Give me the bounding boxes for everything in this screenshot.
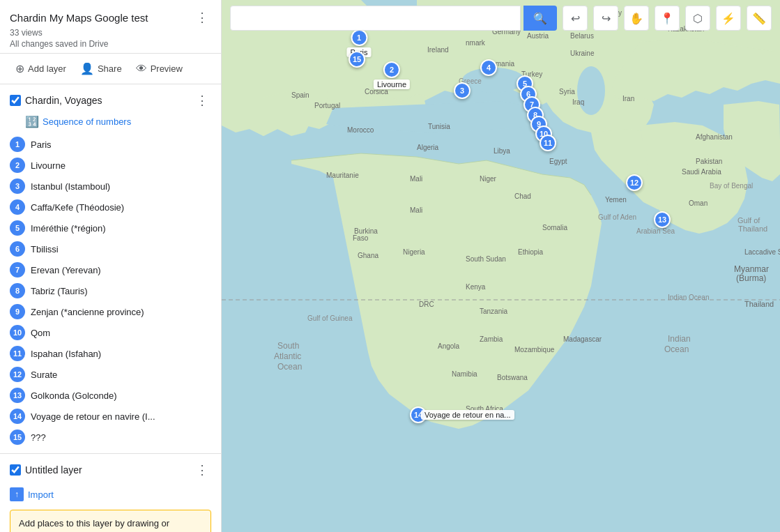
- share-button[interactable]: 👤 Share: [75, 59, 128, 78]
- map-marker[interactable]: 2Livourne: [374, 61, 410, 89]
- svg-text:Thailand: Thailand: [744, 300, 774, 308]
- svg-text:Madagascar: Madagascar: [563, 335, 602, 343]
- map-marker[interactable]: 3: [454, 82, 471, 99]
- add-places-box: Add places to this layer by drawing or i…: [10, 510, 211, 532]
- svg-text:DRC: DRC: [419, 301, 434, 308]
- place-badge: 14: [10, 409, 25, 424]
- svg-text:Algeria: Algeria: [417, 144, 439, 151]
- place-item[interactable]: 2 Livourne: [0, 155, 221, 176]
- svg-text:Ethiopia: Ethiopia: [518, 248, 544, 256]
- sidebar-header: Chardin My Maps Google test ⋮ 33 views A…: [0, 0, 221, 54]
- shape-tool-button[interactable]: ⬡: [685, 6, 710, 31]
- pin-tool-button[interactable]: 📍: [655, 6, 680, 31]
- svg-text:Saudi Arabia: Saudi Arabia: [682, 168, 721, 176]
- place-name: ???: [31, 432, 46, 443]
- place-item[interactable]: 9 Zenjan (*ancienne province): [0, 301, 221, 322]
- place-badge: 11: [10, 346, 25, 361]
- place-name: Caffa/Kefe (Théodosie): [31, 202, 124, 213]
- save-status: All changes saved in Drive: [10, 39, 211, 49]
- svg-text:Thailand: Thailand: [738, 225, 767, 233]
- import-button[interactable]: ↑ Import: [0, 483, 63, 506]
- add-layer-icon: ⊕: [15, 62, 24, 75]
- place-item[interactable]: 6 Tbilissi: [0, 238, 221, 259]
- svg-text:Gulf of Aden: Gulf of Aden: [598, 213, 636, 221]
- svg-text:Mali: Mali: [410, 206, 422, 214]
- layer2-checkbox[interactable]: [10, 464, 21, 476]
- place-item[interactable]: 13 Golkonda (Golconde): [0, 385, 221, 406]
- place-item[interactable]: 1 Paris: [0, 134, 221, 155]
- place-item[interactable]: 12 Surate: [0, 364, 221, 385]
- svg-text:Somalia: Somalia: [542, 224, 568, 231]
- layer2-more-options-button[interactable]: ⋮: [193, 461, 211, 479]
- place-name: Livourne: [31, 160, 66, 171]
- svg-text:Myanmar: Myanmar: [734, 264, 769, 274]
- place-badge: 13: [10, 388, 25, 403]
- map-marker[interactable]: 14Voyage de retour en na...: [410, 406, 427, 423]
- redo-button[interactable]: ↪: [593, 6, 618, 31]
- svg-text:Iran: Iran: [622, 95, 634, 102]
- svg-text:Libya: Libya: [494, 147, 510, 155]
- svg-text:Ocean: Ocean: [277, 362, 302, 372]
- layer2-title: Untitled layer: [25, 464, 189, 476]
- place-item[interactable]: 8 Tabriz (Tauris): [0, 280, 221, 301]
- undo-button[interactable]: ↩: [563, 6, 588, 31]
- svg-text:South: South: [277, 341, 299, 351]
- place-item[interactable]: 10 Qom: [0, 322, 221, 343]
- svg-text:Chad: Chad: [514, 192, 531, 200]
- place-item[interactable]: 11 Ispahan (Isfahan): [0, 343, 221, 364]
- sidebar-actions: ⊕ Add layer 👤 Share 👁 Preview: [0, 54, 221, 84]
- search-input[interactable]: [230, 6, 521, 31]
- marker-badge: 12: [626, 174, 643, 191]
- svg-text:Gulf of Guinea: Gulf of Guinea: [307, 314, 353, 322]
- views-count: 33 views: [10, 28, 211, 38]
- map-marker[interactable]: 11: [540, 135, 556, 151]
- filter-tool-button[interactable]: ⚡: [716, 6, 741, 31]
- svg-text:Spain: Spain: [291, 91, 309, 99]
- layer1-more-options-button[interactable]: ⋮: [193, 91, 211, 109]
- place-badge: 8: [10, 283, 25, 298]
- map-marker[interactable]: 13: [654, 211, 671, 228]
- hand-tool-button[interactable]: ✋: [624, 6, 649, 31]
- layer1-title: Chardin, Voyages: [25, 95, 189, 106]
- map-marker[interactable]: 4: [480, 59, 497, 76]
- layer1-checkbox[interactable]: [10, 95, 21, 106]
- svg-text:Zambia: Zambia: [480, 335, 503, 343]
- add-layer-button[interactable]: ⊕ Add layer: [10, 59, 72, 78]
- svg-text:Mali: Mali: [410, 175, 422, 183]
- map-toolbar: 🔍 ↩ ↪ ✋ 📍 ⬡ ⚡ 📏: [222, 6, 780, 31]
- search-icon: 🔍: [533, 12, 547, 25]
- import-icon: ↑: [10, 487, 24, 501]
- marker-badge: 4: [480, 59, 497, 76]
- svg-text:Afghanistan: Afghanistan: [696, 133, 733, 141]
- preview-button[interactable]: 👁 Preview: [130, 60, 188, 78]
- map-marker[interactable]: 15: [349, 51, 365, 68]
- map-marker[interactable]: 12: [626, 174, 643, 191]
- place-badge: 9: [10, 304, 25, 319]
- place-name: Qom: [31, 328, 50, 338]
- place-name: Erevan (Yerevan): [31, 265, 101, 275]
- place-item[interactable]: 15 ???: [0, 427, 221, 448]
- ruler-tool-button[interactable]: 📏: [747, 6, 772, 31]
- svg-text:Arabian Sea: Arabian Sea: [636, 227, 675, 235]
- svg-text:Ireland: Ireland: [427, 46, 449, 54]
- sequence-icon: 🔢: [25, 115, 39, 128]
- layer1-section: Chardin, Voyages ⋮ 🔢 Sequence of numbers…: [0, 84, 221, 454]
- layer1-sequence[interactable]: 🔢 Sequence of numbers: [0, 114, 221, 134]
- place-item[interactable]: 7 Erevan (Yerevan): [0, 259, 221, 280]
- place-item[interactable]: 5 Iméréthie (*région): [0, 218, 221, 238]
- place-badge: 2: [10, 158, 25, 173]
- place-item[interactable]: 3 Istanbul (Istamboul): [0, 176, 221, 197]
- place-badge: 5: [10, 220, 25, 236]
- marker-badge: 15: [349, 51, 365, 68]
- map-more-options-button[interactable]: ⋮: [193, 8, 211, 26]
- place-item[interactable]: 4 Caffa/Kefe (Théodosie): [0, 197, 221, 218]
- marker-label: Livourne: [374, 79, 410, 89]
- place-item[interactable]: 14 Voyage de retour en navire (I...: [0, 406, 221, 427]
- place-badge: 6: [10, 241, 25, 257]
- search-button[interactable]: 🔍: [523, 6, 557, 31]
- svg-text:Nigeria: Nigeria: [403, 248, 425, 256]
- place-name: Tbilissi: [31, 244, 59, 254]
- svg-text:Portugal: Portugal: [314, 102, 340, 109]
- svg-text:Angola: Angola: [438, 342, 460, 350]
- svg-text:Syria: Syria: [559, 88, 575, 96]
